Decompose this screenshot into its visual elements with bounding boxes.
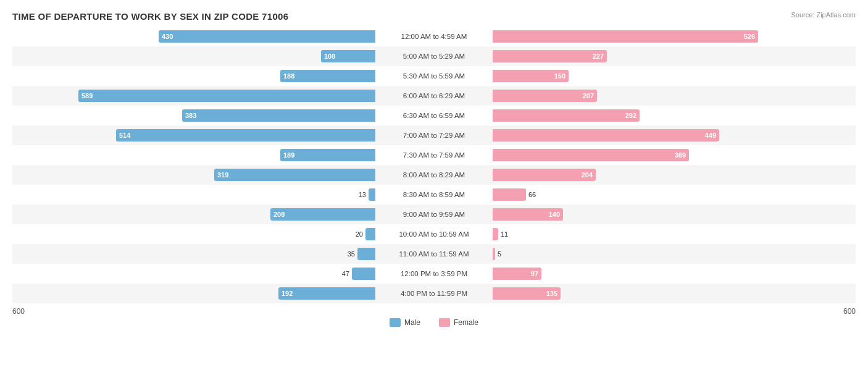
- left-side-12: 47: [12, 264, 434, 284]
- bar-row: 208 9:00 AM to 9:59 AM 140: [12, 205, 856, 224]
- male-bar-12: 47: [352, 268, 375, 280]
- bar-row: 188 5:30 AM to 5:59 AM 150: [12, 66, 856, 86]
- left-side-0: 430: [12, 27, 434, 46]
- right-side-13: 135: [434, 284, 856, 303]
- left-side-6: 189: [12, 145, 434, 165]
- male-bar-5: 514: [116, 129, 375, 141]
- left-side-9: 208: [12, 205, 434, 224]
- male-value-10: 20: [356, 230, 363, 238]
- male-bar-10: 20: [365, 228, 375, 240]
- female-value-4: 292: [625, 112, 636, 119]
- axis-right: 600: [843, 307, 856, 316]
- male-value-3: 589: [81, 92, 93, 99]
- male-value-0: 430: [162, 33, 173, 40]
- female-value-7: 204: [582, 171, 593, 179]
- left-side-11: 35: [12, 244, 434, 264]
- male-bar-13: 192: [278, 287, 375, 300]
- left-side-7: 319: [12, 165, 434, 185]
- female-bar-7: 204: [493, 169, 596, 181]
- left-side-3: 589: [12, 86, 434, 106]
- right-side-6: 389: [434, 145, 856, 165]
- right-side-9: 140: [434, 205, 856, 224]
- bar-row: 589 6:00 AM to 6:29 AM 207: [12, 86, 856, 106]
- male-bar-8: 13: [369, 188, 375, 201]
- row-label-5: 7:00 AM to 7:29 AM: [378, 132, 490, 139]
- right-side-11: 5: [434, 244, 856, 264]
- male-bar-11: 35: [357, 248, 375, 260]
- row-label-10: 10:00 AM to 10:59 AM: [378, 230, 490, 238]
- row-label-13: 4:00 PM to 11:59 PM: [378, 290, 490, 297]
- row-label-12: 12:00 PM to 3:59 PM: [378, 270, 490, 277]
- left-side-1: 108: [12, 46, 434, 66]
- female-legend-label: Female: [454, 318, 478, 327]
- male-bar-7: 319: [214, 169, 375, 181]
- right-side-3: 207: [434, 86, 856, 106]
- chart-area: 430 12:00 AM to 4:59 AM 526 108 5:00 AM …: [12, 27, 856, 303]
- bar-row: 47 12:00 PM to 3:59 PM 97: [12, 264, 856, 284]
- right-side-1: 227: [434, 46, 856, 66]
- female-value-10: 11: [501, 230, 508, 238]
- male-bar-4: 383: [182, 109, 375, 122]
- right-side-8: 66: [434, 185, 856, 205]
- female-bar-9: 140: [493, 208, 563, 221]
- bar-row: 192 4:00 PM to 11:59 PM 135: [12, 284, 856, 303]
- source-text: Source: ZipAtlas.com: [791, 11, 856, 19]
- female-value-3: 207: [583, 92, 594, 99]
- legend-female: Female: [439, 318, 478, 327]
- right-side-7: 204: [434, 165, 856, 185]
- male-bar-3: 589: [78, 90, 375, 102]
- bar-row: 13 8:30 AM to 8:59 AM 66: [12, 185, 856, 205]
- male-value-2: 188: [283, 72, 294, 80]
- male-legend-color: [390, 318, 401, 327]
- male-value-8: 13: [359, 191, 366, 198]
- right-side-0: 526: [434, 27, 856, 46]
- right-side-12: 97: [434, 264, 856, 284]
- legend: Male Female: [12, 318, 856, 327]
- male-legend-label: Male: [404, 318, 420, 327]
- left-side-8: 13: [12, 185, 434, 205]
- female-bar-5: 449: [493, 129, 719, 141]
- male-value-4: 383: [185, 112, 196, 119]
- legend-male: Male: [390, 318, 420, 327]
- female-legend-color: [439, 318, 450, 327]
- female-bar-10: 11: [493, 228, 498, 240]
- female-bar-4: 292: [493, 109, 640, 122]
- female-bar-3: 207: [493, 90, 597, 102]
- female-bar-11: 5: [493, 248, 495, 260]
- male-bar-6: 189: [280, 149, 375, 161]
- left-side-5: 514: [12, 125, 434, 145]
- male-bar-1: 108: [321, 50, 375, 62]
- row-label-8: 8:30 AM to 8:59 AM: [378, 191, 490, 198]
- female-bar-8: 66: [493, 188, 526, 201]
- row-label-4: 6:30 AM to 6:59 AM: [378, 112, 490, 119]
- bar-row: 430 12:00 AM to 4:59 AM 526: [12, 27, 856, 46]
- row-label-6: 7:30 AM to 7:59 AM: [378, 151, 490, 159]
- chart-title: TIME OF DEPARTURE TO WORK BY SEX IN ZIP …: [12, 11, 856, 22]
- row-label-0: 12:00 AM to 4:59 AM: [378, 33, 490, 40]
- male-value-1: 108: [324, 53, 335, 60]
- female-value-12: 97: [531, 270, 538, 277]
- left-side-13: 192: [12, 284, 434, 303]
- male-value-5: 514: [119, 132, 130, 139]
- female-bar-6: 389: [493, 149, 689, 161]
- bar-row: 189 7:30 AM to 7:59 AM 389: [12, 145, 856, 165]
- male-value-9: 208: [273, 211, 285, 218]
- bar-row: 319 8:00 AM to 8:29 AM 204: [12, 165, 856, 185]
- female-value-9: 140: [549, 211, 560, 218]
- male-bar-9: 208: [270, 208, 375, 221]
- female-value-6: 389: [675, 151, 686, 159]
- left-side-10: 20: [12, 224, 434, 244]
- female-bar-1: 227: [493, 50, 607, 62]
- male-bar-0: 430: [159, 30, 375, 43]
- female-value-1: 227: [593, 53, 604, 60]
- male-bar-2: 188: [280, 70, 375, 82]
- female-value-13: 135: [546, 290, 557, 297]
- right-side-4: 292: [434, 106, 856, 125]
- right-side-2: 150: [434, 66, 856, 86]
- male-value-6: 189: [283, 151, 294, 159]
- bar-row: 108 5:00 AM to 5:29 AM 227: [12, 46, 856, 66]
- right-side-5: 449: [434, 125, 856, 145]
- left-side-2: 188: [12, 66, 434, 86]
- female-value-0: 526: [744, 33, 755, 40]
- bar-row: 35 11:00 AM to 11:59 AM 5: [12, 244, 856, 264]
